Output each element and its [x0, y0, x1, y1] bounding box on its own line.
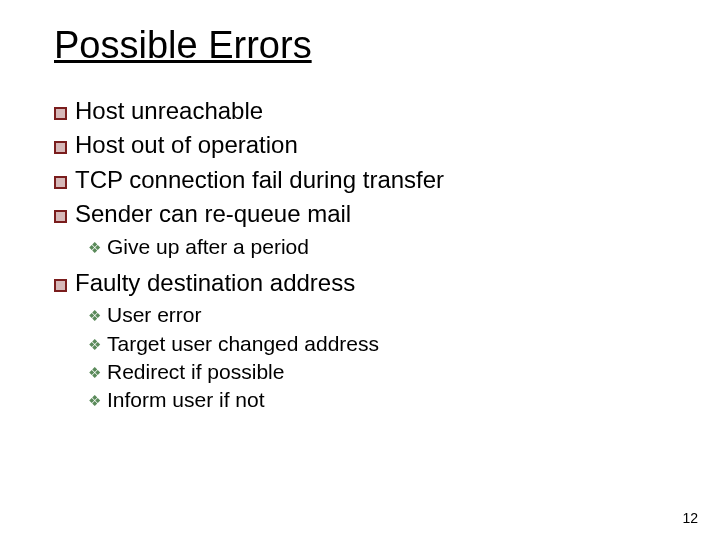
diamond-bullet-icon: ❖	[88, 335, 101, 355]
list-item: Sender can re-queue mail ❖Give up after …	[54, 198, 666, 261]
diamond-bullet-icon: ❖	[88, 391, 101, 411]
slide: Possible Errors Host unreachable Host ou…	[0, 0, 720, 540]
diamond-bullet-icon: ❖	[88, 238, 101, 258]
sub-list: ❖User error ❖Target user changed address…	[88, 301, 666, 414]
bullet-text: Give up after a period	[107, 235, 309, 258]
bullet-text: Host unreachable	[75, 97, 263, 124]
list-item: Host out of operation	[54, 129, 666, 161]
list-item: ❖Inform user if not	[88, 386, 666, 414]
list-item: TCP connection fail during transfer	[54, 164, 666, 196]
list-item: ❖Target user changed address	[88, 330, 666, 358]
list-item: ❖User error	[88, 301, 666, 329]
sub-list: ❖Give up after a period	[88, 233, 666, 261]
list-item: ❖Redirect if possible	[88, 358, 666, 386]
bullet-text: Host out of operation	[75, 131, 298, 158]
bullet-text: Target user changed address	[107, 332, 379, 355]
bullet-text: TCP connection fail during transfer	[75, 166, 444, 193]
square-bullet-icon	[54, 176, 67, 189]
bullet-text: Inform user if not	[107, 388, 265, 411]
bullet-text: Sender can re-queue mail	[75, 200, 351, 227]
square-bullet-icon	[54, 210, 67, 223]
slide-title: Possible Errors	[54, 24, 666, 67]
bullet-text: Redirect if possible	[107, 360, 284, 383]
bullet-list: Host unreachable Host out of operation T…	[54, 95, 666, 415]
square-bullet-icon	[54, 141, 67, 154]
diamond-bullet-icon: ❖	[88, 363, 101, 383]
square-bullet-icon	[54, 107, 67, 120]
page-number: 12	[682, 510, 698, 526]
bullet-text: User error	[107, 303, 202, 326]
list-item: ❖Give up after a period	[88, 233, 666, 261]
list-item: Faulty destination address ❖User error ❖…	[54, 267, 666, 415]
diamond-bullet-icon: ❖	[88, 306, 101, 326]
bullet-text: Faulty destination address	[75, 269, 355, 296]
list-item: Host unreachable	[54, 95, 666, 127]
square-bullet-icon	[54, 279, 67, 292]
